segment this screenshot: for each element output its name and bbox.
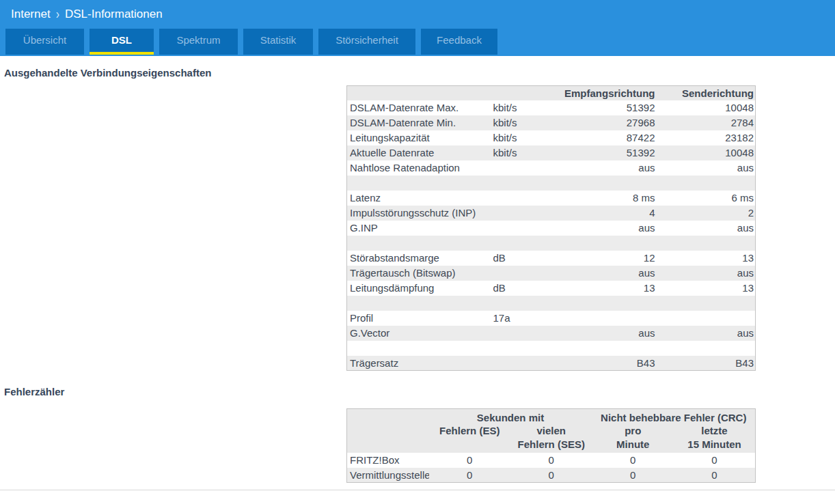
row-label: Nahtlose Ratenadaption xyxy=(347,160,492,176)
table-row: Profil17a xyxy=(347,311,756,326)
row-label: FRITZ!Box xyxy=(347,453,429,468)
row-tx-value: aus xyxy=(657,326,756,341)
row-label: Profil xyxy=(347,311,492,326)
table-row: TrägersatzB43B43 xyxy=(347,356,756,371)
row-unit xyxy=(492,221,558,236)
row-tx-value: B43 xyxy=(657,356,756,371)
header-empty-unit xyxy=(492,86,558,100)
row-rx-value: aus xyxy=(558,326,657,341)
row-per-minute-value: 0 xyxy=(592,468,674,483)
tab-stoersicherheit[interactable]: Störsicherheit xyxy=(318,29,415,55)
row-rx-value: aus xyxy=(558,160,657,176)
tab-uebersicht[interactable]: Übersicht xyxy=(5,29,84,55)
row-tx-value: 13 xyxy=(657,281,756,296)
section-title-errors: Fehlerzähler xyxy=(4,386,835,397)
section-title-connection: Ausgehandelte Verbindungseigenschaften xyxy=(4,67,835,79)
row-unit xyxy=(492,206,558,221)
table-spacer-row xyxy=(347,176,756,191)
row-tx-value: 23182 xyxy=(657,130,756,145)
table-row: FRITZ!Box 0 0 0 0 xyxy=(347,453,756,468)
table-row: Nahtlose Ratenadaptionausaus xyxy=(347,160,756,176)
row-rx-value: 12 xyxy=(558,251,657,266)
tab-spektrum[interactable]: Spektrum xyxy=(159,29,238,55)
row-label: G.INP xyxy=(347,221,492,236)
table-row: G.Vectorausaus xyxy=(347,326,756,341)
row-es-value: 0 xyxy=(429,453,511,468)
table-spacer-row xyxy=(347,341,756,356)
breadcrumb-section-link[interactable]: Internet xyxy=(11,8,51,21)
breadcrumb-page-title: DSL-Informationen xyxy=(65,8,163,21)
row-tx-value: 6 ms xyxy=(657,191,756,206)
row-rx-value: aus xyxy=(558,221,657,236)
row-unit: dB xyxy=(492,251,558,266)
table-row: Aktuelle Datenratekbit/s5139210048 xyxy=(347,145,756,160)
row-last-15-value: 0 xyxy=(674,468,756,483)
error-counters-table: Sekunden mit Nicht behebbare Fehler (CRC… xyxy=(346,408,756,483)
tab-statistik[interactable]: Statistik xyxy=(243,29,313,55)
table-row: Trägertausch (Bitswap)ausaus xyxy=(347,266,756,281)
row-unit xyxy=(492,356,558,371)
errors-subheader-row: Fehlern (ES) vielen Fehlern (SES) pro Mi… xyxy=(347,424,756,453)
row-ses-value: 0 xyxy=(510,453,592,468)
row-tx-value: 10048 xyxy=(657,100,756,115)
tab-feedback[interactable]: Feedback xyxy=(421,29,497,55)
connection-table-header-row: Empfangsrichtung Senderichtung xyxy=(347,86,756,100)
row-last-15-value: 0 xyxy=(674,453,756,468)
bottom-divider xyxy=(0,490,835,490)
row-unit xyxy=(492,160,558,176)
row-unit: kbit/s xyxy=(492,115,558,130)
group-header-crc: Nicht behebbare Fehler (CRC) xyxy=(592,409,756,424)
table-row: LeitungsdämpfungdB1313 xyxy=(347,281,756,296)
table-spacer-row xyxy=(347,236,756,251)
row-label: Aktuelle Datenrate xyxy=(347,145,492,160)
row-rx-value: 51392 xyxy=(558,100,657,115)
header-rx: Empfangsrichtung xyxy=(558,86,657,100)
row-tx-value: 2 xyxy=(657,206,756,221)
row-rx-value xyxy=(558,311,657,326)
row-per-minute-value: 0 xyxy=(592,453,674,468)
errors-group-header-row: Sekunden mit Nicht behebbare Fehler (CRC… xyxy=(347,409,756,424)
row-ses-value: 0 xyxy=(510,468,592,483)
header-per-minute: pro Minute xyxy=(592,424,674,453)
row-tx-value: 13 xyxy=(657,251,756,266)
main-content: Ausgehandelte Verbindungseigenschaften E… xyxy=(0,56,835,490)
row-label: Latenz xyxy=(347,191,492,206)
table-row: DSLAM-Datenrate Min.kbit/s279682784 xyxy=(347,115,756,130)
connection-properties-table: Empfangsrichtung Senderichtung DSLAM-Dat… xyxy=(346,85,756,371)
row-label: Trägertausch (Bitswap) xyxy=(347,266,492,281)
header-empty xyxy=(347,424,429,453)
table-row: StörabstandsmargedB1213 xyxy=(347,251,756,266)
row-unit: kbit/s xyxy=(492,130,558,145)
row-rx-value: 87422 xyxy=(558,130,657,145)
table-row: G.INPausaus xyxy=(347,221,756,236)
row-unit xyxy=(492,326,558,341)
table-row: Impulsstörungsschutz (INP)42 xyxy=(347,206,756,221)
header-es: Fehlern (ES) xyxy=(429,424,511,453)
row-tx-value: aus xyxy=(657,160,756,176)
table-row: DSLAM-Datenrate Max.kbit/s5139210048 xyxy=(347,100,756,115)
row-tx-value: aus xyxy=(657,266,756,281)
group-header-seconds: Sekunden mit xyxy=(429,409,592,424)
row-rx-value: 51392 xyxy=(558,145,657,160)
header-empty xyxy=(347,409,429,424)
row-label: Störabstandsmarge xyxy=(347,251,492,266)
breadcrumb: Internet › DSL-Informationen xyxy=(11,8,163,21)
row-label: Leitungsdämpfung xyxy=(347,281,492,296)
tab-dsl[interactable]: DSL xyxy=(90,29,154,55)
row-unit: kbit/s xyxy=(492,145,558,160)
row-label: DSLAM-Datenrate Max. xyxy=(347,100,492,115)
row-tx-value: aus xyxy=(657,221,756,236)
row-rx-value: aus xyxy=(558,266,657,281)
header-tx: Senderichtung xyxy=(657,86,756,100)
header-ses: vielen Fehlern (SES) xyxy=(510,424,592,453)
tab-bar: Übersicht DSL Spektrum Statistik Störsic… xyxy=(0,29,835,56)
header-last-15-minutes: letzte 15 Minuten xyxy=(674,424,756,453)
table-spacer-row xyxy=(347,296,756,311)
row-unit xyxy=(492,266,558,281)
table-row: Leitungskapazitätkbit/s8742223182 xyxy=(347,130,756,145)
header-empty-label xyxy=(347,86,492,100)
row-label: G.Vector xyxy=(347,326,492,341)
row-tx-value: 10048 xyxy=(657,145,756,160)
row-label: Impulsstörungsschutz (INP) xyxy=(347,206,492,221)
row-tx-value xyxy=(657,311,756,326)
